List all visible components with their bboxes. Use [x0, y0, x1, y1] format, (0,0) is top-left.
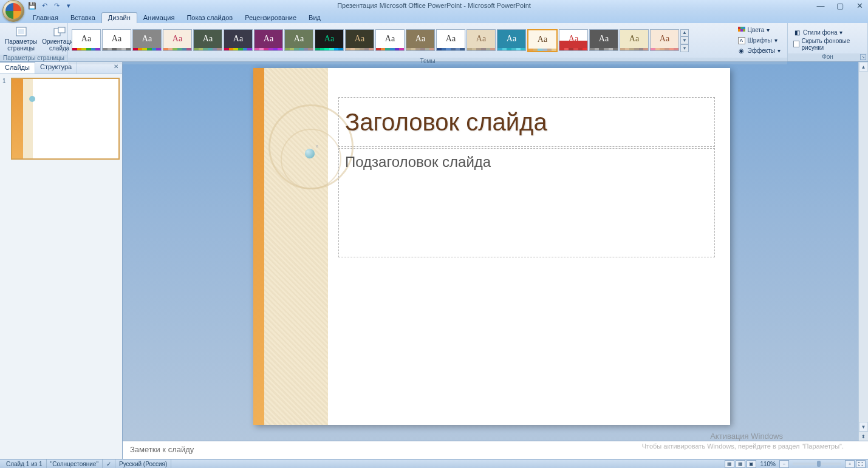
watermark-text: Чтобы активировать Windows, перейдите в …	[642, 443, 844, 450]
theme-thumb[interactable]: Aa	[436, 29, 465, 51]
status-slide-info[interactable]: Слайд 1 из 1	[2, 460, 47, 468]
thumbnail-row: 1	[2, 78, 120, 160]
slide-viewport[interactable]: Заголовок слайда Подзаголовок слайда	[123, 62, 868, 441]
zoom-out[interactable]: −	[779, 460, 789, 468]
theme-thumb[interactable]: Aa	[497, 29, 526, 51]
tab-slideshow[interactable]: Показ слайдов	[180, 13, 239, 23]
scroll-track[interactable]	[859, 72, 868, 422]
theme-thumb[interactable]: Aa	[102, 29, 131, 51]
group-background: ◧Стили фона ▾ Скрыть фоновые рисунки Фон…	[788, 23, 868, 61]
status-right: ▦ ▦ ▣ 110% − + ⛶	[725, 460, 866, 468]
theme-thumb[interactable]: Aa	[620, 29, 649, 51]
slide-bead-small	[316, 145, 318, 148]
status-language[interactable]: Русский (Россия)	[115, 460, 171, 468]
theme-thumb[interactable]: Aa	[406, 29, 435, 51]
view-normal[interactable]: ▦	[725, 460, 734, 468]
tab-slides[interactable]: Слайды	[0, 62, 35, 73]
tab-review[interactable]: Рецензирование	[239, 13, 302, 23]
gallery-up[interactable]: ▲	[680, 29, 689, 37]
spellcheck-icon: ✓	[106, 461, 111, 467]
tab-view[interactable]: Вид	[302, 13, 327, 23]
theme-thumb[interactable]: Aa	[224, 29, 253, 51]
undo-button[interactable]: ↶	[39, 1, 50, 10]
svg-rect-1	[18, 29, 24, 34]
tab-animation[interactable]: Анимация	[137, 13, 181, 23]
view-slideshow[interactable]: ▣	[747, 460, 756, 468]
theme-thumb[interactable]: Aa	[284, 29, 313, 51]
office-button[interactable]	[2, 0, 24, 22]
gallery-more[interactable]: ▾	[680, 44, 689, 52]
thumbnail-number: 1	[2, 78, 9, 160]
svg-rect-6	[743, 27, 745, 29]
hide-bg-checkbox[interactable]: Скрыть фоновые рисунки	[791, 39, 864, 49]
effects-label: Эффекты	[748, 47, 775, 54]
status-spellcheck[interactable]: ✓	[103, 460, 115, 468]
zoom-handle[interactable]	[817, 461, 821, 467]
effects-button[interactable]: ◉Эффекты ▾	[736, 46, 782, 55]
tab-home[interactable]: Главная	[27, 13, 64, 23]
maximize-button[interactable]: ▢	[834, 1, 846, 10]
theme-thumb[interactable]: Aa	[466, 29, 496, 51]
bg-styles-button[interactable]: ◧Стили фона ▾	[791, 28, 844, 37]
save-button[interactable]: 💾	[27, 1, 38, 10]
status-theme[interactable]: "Солнцестояние"	[47, 460, 103, 468]
prev-slide[interactable]: ⬍	[859, 432, 868, 441]
theme-thumb[interactable]: Aa	[254, 29, 283, 51]
bg-styles-icon: ◧	[793, 29, 801, 36]
theme-thumb[interactable]: Aa	[589, 29, 618, 51]
checkbox-icon	[793, 41, 799, 47]
theme-thumb[interactable]: Aa	[72, 29, 101, 51]
theme-thumb[interactable]: Aa	[132, 29, 162, 51]
title-text[interactable]: Заголовок слайда	[345, 109, 547, 136]
svg-rect-7	[738, 29, 740, 32]
theme-thumb[interactable]: Aa	[345, 29, 374, 51]
view-sorter[interactable]: ▦	[736, 460, 745, 468]
svg-rect-5	[740, 27, 743, 29]
subtitle-placeholder[interactable]: Подзаголовок слайда	[338, 148, 715, 257]
theme-thumb[interactable]: Aa	[559, 29, 588, 51]
theme-thumb[interactable]: Aa	[193, 29, 222, 51]
slide-canvas[interactable]: Заголовок слайда Подзаголовок слайда	[253, 68, 730, 425]
gallery-down[interactable]: ▼	[680, 36, 689, 44]
slide-deco-bar	[253, 68, 264, 425]
slide-bead	[305, 149, 315, 158]
status-bar: Слайд 1 из 1 "Солнцестояние" ✓ Русский (…	[0, 459, 868, 468]
dialog-launcher[interactable]: ↘	[860, 54, 866, 60]
thumb-texture	[23, 79, 33, 158]
page-setup-button[interactable]: Параметры страницы	[2, 24, 39, 53]
gallery-scroll: ▲ ▼ ▾	[680, 29, 689, 52]
tab-design[interactable]: Дизайн	[101, 12, 137, 23]
tab-insert[interactable]: Вставка	[64, 13, 101, 23]
theme-thumb[interactable]: Aa	[650, 29, 679, 51]
window-title: Презентация Microsoft Office PowerPoint …	[337, 2, 531, 9]
close-button[interactable]: ✕	[853, 1, 866, 10]
minimize-button[interactable]: —	[815, 1, 827, 10]
title-placeholder[interactable]: Заголовок слайда	[338, 97, 715, 147]
effects-icon: ◉	[738, 47, 745, 55]
slide-thumbnail[interactable]	[11, 78, 120, 160]
redo-button[interactable]: ↷	[51, 1, 62, 10]
subtitle-text[interactable]: Подзаголовок слайда	[345, 154, 708, 171]
watermark-title: Активация Windows	[710, 432, 783, 441]
fit-window[interactable]: ⛶	[856, 460, 866, 468]
theme-thumb[interactable]: Aa	[375, 29, 405, 51]
fonts-icon: A	[738, 37, 745, 44]
group-label-background: Фон↘	[788, 53, 867, 61]
theme-thumb[interactable]: Aa	[163, 29, 192, 51]
notes-pane[interactable]: Активация Windows Чтобы активировать Win…	[123, 441, 868, 459]
scroll-up[interactable]: ▲	[859, 62, 868, 72]
colors-label: Цвета	[748, 27, 765, 33]
fonts-button[interactable]: AШрифты ▾	[736, 36, 782, 45]
theme-thumb[interactable]: Aa	[315, 29, 344, 51]
zoom-value[interactable]: 110%	[760, 461, 776, 467]
hide-bg-label: Скрыть фоновые рисунки	[802, 38, 862, 51]
svg-rect-9	[743, 29, 745, 32]
colors-button[interactable]: Цвета ▾	[736, 25, 782, 35]
zoom-slider[interactable]	[793, 463, 841, 465]
theme-thumb-selected[interactable]: Aa	[527, 29, 558, 52]
scroll-down[interactable]: ▼	[859, 422, 868, 432]
quick-access-toolbar: 💾 ↶ ↷ ▾	[27, 0, 74, 11]
qat-customize[interactable]: ▾	[63, 1, 74, 10]
ribbon: Параметры страницы Ориентация слайда Пар…	[0, 23, 868, 62]
zoom-in[interactable]: +	[845, 460, 855, 468]
